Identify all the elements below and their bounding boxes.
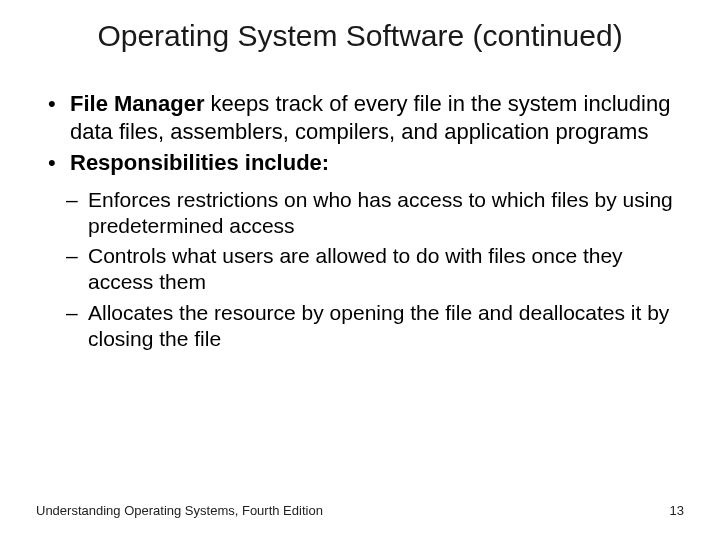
- footer-left: Understanding Operating Systems, Fourth …: [36, 503, 323, 518]
- bullet-item: Responsibilities include:: [42, 149, 684, 177]
- sub-bullet-item: Controls what users are allowed to do wi…: [64, 243, 684, 296]
- slide-title: Operating System Software (continued): [36, 18, 684, 54]
- bullet-list: File Manager keeps track of every file i…: [42, 90, 684, 177]
- bullet-item: File Manager keeps track of every file i…: [42, 90, 684, 145]
- sub-bullet-item: Allocates the resource by opening the fi…: [64, 300, 684, 353]
- sub-bullet-item: Enforces restrictions on who has access …: [64, 187, 684, 240]
- bullet-bold: File Manager: [70, 91, 204, 116]
- page-number: 13: [670, 503, 684, 518]
- sub-bullet-list: Enforces restrictions on who has access …: [64, 187, 684, 353]
- footer: Understanding Operating Systems, Fourth …: [36, 503, 684, 518]
- bullet-bold: Responsibilities include:: [70, 150, 329, 175]
